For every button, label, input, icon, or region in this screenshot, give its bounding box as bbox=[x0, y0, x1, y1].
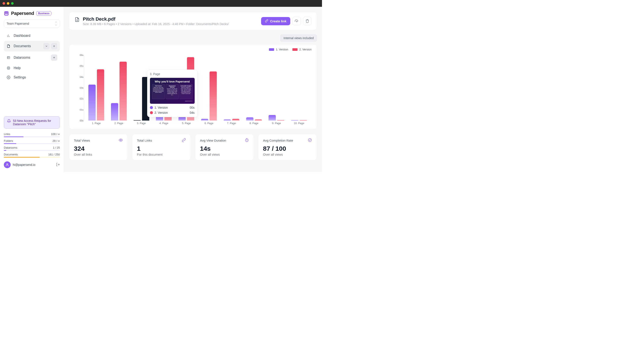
bar-group[interactable] bbox=[134, 77, 149, 121]
create-link-button[interactable]: Create link bbox=[261, 17, 290, 25]
team-select[interactable]: Team Papersend ⌃⌃ bbox=[4, 19, 60, 28]
bar-group[interactable] bbox=[88, 69, 104, 121]
bar[interactable] bbox=[210, 71, 217, 121]
bar[interactable] bbox=[97, 69, 104, 121]
internal-views-chip[interactable]: Internal views included bbox=[280, 34, 317, 42]
stat-total-views: Total Views 324 Over all links bbox=[69, 134, 128, 160]
stat-avg-completion: Avg Completion Rate 87 / 100 Over all vi… bbox=[258, 134, 317, 160]
sidebar-item-settings[interactable]: Settings bbox=[4, 73, 60, 82]
legend-item-v2: 2. Version bbox=[292, 48, 312, 51]
legend-item-v1: 1. Version bbox=[269, 48, 288, 51]
tooltip-title: 3. Page bbox=[150, 72, 195, 76]
stopwatch-icon bbox=[245, 138, 249, 143]
usage-value: 29 / ∞ bbox=[52, 139, 60, 143]
bar-group[interactable] bbox=[268, 115, 284, 121]
minimize-icon[interactable] bbox=[7, 2, 9, 5]
document-icon bbox=[6, 44, 11, 48]
upload-button[interactable] bbox=[292, 17, 301, 25]
bar[interactable] bbox=[120, 62, 127, 121]
chevron-down-icon[interactable] bbox=[43, 43, 50, 49]
bar[interactable] bbox=[268, 115, 276, 121]
stat-sub: Over all views bbox=[263, 153, 312, 156]
x-label: 6. Page bbox=[198, 121, 220, 125]
stat-total-links: Total Links 1 For this document bbox=[132, 134, 191, 160]
dashboard-icon bbox=[6, 34, 11, 38]
close-icon[interactable] bbox=[2, 2, 5, 5]
usage-label: Folders bbox=[4, 139, 13, 143]
document-header: Pitch Deck.pdf Size: 8.39 MB • 6 Pages •… bbox=[69, 12, 317, 30]
eye-icon bbox=[118, 138, 123, 143]
usage-label: Links bbox=[4, 133, 10, 136]
bar[interactable] bbox=[201, 119, 208, 121]
tooltip-series-label: 1. Version bbox=[154, 106, 168, 109]
svg-point-8 bbox=[308, 139, 312, 142]
usage-folders: Folders29 / ∞ bbox=[4, 139, 60, 144]
add-document-button[interactable]: + bbox=[51, 43, 57, 49]
y-tick: 03s bbox=[80, 87, 84, 89]
tooltip-series-value: 04s bbox=[190, 111, 195, 114]
stats-row: Total Views 324 Over all links Total Lin… bbox=[69, 134, 317, 160]
bar-group[interactable] bbox=[224, 119, 239, 121]
usage-value: 1 / 25 bbox=[53, 146, 60, 149]
x-label: 3. Page bbox=[130, 121, 153, 125]
stat-sub: Over all links bbox=[74, 153, 123, 156]
sidebar: Papersend Business Team Papersend ⌃⌃ bbox=[0, 7, 64, 172]
link-icon bbox=[182, 138, 186, 143]
window-titlebar bbox=[0, 0, 322, 7]
usage-label: Documents bbox=[4, 153, 18, 156]
sidebar-item-help[interactable]: Help bbox=[4, 64, 60, 72]
x-label: 4. Page bbox=[152, 121, 175, 125]
bar[interactable] bbox=[246, 117, 254, 121]
stat-label: Avg View Duration bbox=[200, 139, 226, 142]
bar[interactable] bbox=[88, 85, 96, 121]
bar-group[interactable] bbox=[111, 62, 127, 121]
bar[interactable] bbox=[232, 119, 239, 121]
stat-avg-duration: Avg View Duration 14s Over all views bbox=[195, 134, 254, 160]
legend-label: 2. Version bbox=[299, 48, 312, 51]
chart-plot[interactable]: 00s01s02s03s04s05s06s 1. Page2. Page3. P… bbox=[76, 55, 310, 125]
y-tick: 05s bbox=[80, 65, 84, 67]
svg-point-6 bbox=[120, 140, 122, 141]
x-label: 10. Page bbox=[288, 121, 310, 125]
avatar[interactable] bbox=[4, 161, 11, 168]
legend-label: 1. Version bbox=[276, 48, 288, 51]
add-dataroom-button[interactable]: + bbox=[51, 54, 57, 61]
sidebar-item-documents[interactable]: Documents + bbox=[4, 41, 60, 51]
bar[interactable] bbox=[111, 103, 118, 121]
sidebar-item-datarooms[interactable]: Datarooms + bbox=[4, 52, 60, 63]
usage-documents: Documents161 / 250 bbox=[4, 153, 60, 158]
y-tick: 00s bbox=[80, 119, 84, 122]
slide-title: Why you'll love Papersend bbox=[152, 80, 192, 83]
sidebar-item-label: Settings bbox=[14, 75, 26, 79]
y-tick: 02s bbox=[80, 97, 84, 100]
delete-button[interactable] bbox=[303, 17, 312, 25]
svg-point-5 bbox=[6, 164, 8, 165]
stat-value: 14s bbox=[200, 145, 249, 152]
svg-point-3 bbox=[8, 67, 9, 68]
logout-button[interactable] bbox=[56, 163, 60, 167]
stat-value: 87 / 100 bbox=[263, 145, 312, 152]
stat-value: 324 bbox=[74, 145, 123, 152]
x-label: 9. Page bbox=[265, 121, 288, 125]
svg-point-4 bbox=[8, 77, 9, 78]
bar[interactable] bbox=[178, 117, 186, 121]
sidebar-item-dashboard[interactable]: Dashboard bbox=[4, 31, 60, 40]
x-label: 8. Page bbox=[243, 121, 265, 125]
brand-name: Papersend bbox=[11, 11, 34, 16]
brand-badge: Business bbox=[36, 11, 51, 15]
bar-group[interactable] bbox=[201, 71, 217, 121]
notice-access-requests[interactable]: 53 New Access Requests for Dataroom "Pit… bbox=[4, 116, 60, 129]
bar-group[interactable] bbox=[246, 117, 262, 121]
x-label: 7. Page bbox=[220, 121, 243, 125]
stat-label: Avg Completion Rate bbox=[263, 139, 293, 142]
team-select-label: Team Papersend bbox=[6, 22, 29, 25]
maximize-icon[interactable] bbox=[11, 2, 14, 5]
dataroom-icon bbox=[6, 55, 11, 60]
notice-text: 53 New Access Requests for Dataroom "Pit… bbox=[13, 119, 57, 126]
slide-thumbnail: Why you'll love Papersend Full ControlDe… bbox=[150, 78, 195, 104]
x-label: 2. Page bbox=[108, 121, 130, 125]
link-icon bbox=[265, 19, 268, 23]
brand: Papersend Business bbox=[4, 11, 60, 16]
bell-icon bbox=[7, 119, 11, 126]
usage-value: 161 / 250 bbox=[48, 153, 60, 156]
